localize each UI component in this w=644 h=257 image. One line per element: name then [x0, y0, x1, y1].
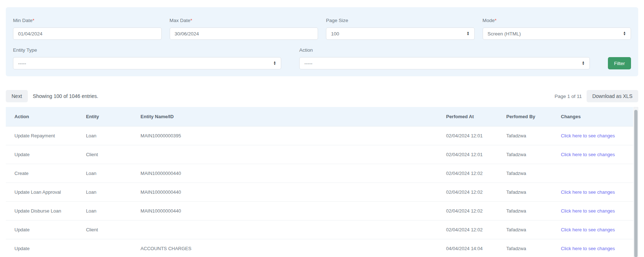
- cell-performed-at: 02/04/2024 12:01: [438, 126, 498, 145]
- mode-select[interactable]: Screen (HTML): [483, 27, 631, 40]
- entity-type-value: -----: [18, 61, 26, 66]
- scrollbar-thumb[interactable]: [634, 110, 638, 257]
- see-changes-link[interactable]: Click here to see changes: [561, 208, 615, 214]
- entity-type-label: Entity Type: [13, 47, 281, 53]
- action-select[interactable]: -----: [299, 57, 590, 69]
- cell-performed-by: Tafadzwa: [498, 145, 552, 164]
- max-date-field: Max Date*: [170, 18, 318, 40]
- see-changes-link[interactable]: Click here to see changes: [561, 227, 615, 232]
- chevron-updown-icon: [273, 61, 276, 65]
- column-header-entity-name: Entity Name/ID: [132, 107, 437, 126]
- filter-panel: Min Date* Max Date* Page Size 100 Mode* …: [6, 7, 638, 76]
- page-size-label: Page Size: [326, 18, 475, 23]
- cell-action: Update Loan Approval: [6, 183, 77, 201]
- cell-performed-at: 02/04/2024 12:02: [438, 183, 498, 201]
- see-changes-link[interactable]: Click here to see changes: [561, 246, 615, 251]
- showing-entries-text: Showing 100 of 1046 entries.: [33, 93, 98, 99]
- required-asterisk: *: [495, 18, 496, 23]
- cell-entity: Loan: [77, 201, 132, 220]
- see-changes-link[interactable]: Click here to see changes: [561, 189, 615, 195]
- min-date-input[interactable]: [13, 27, 162, 40]
- column-header-changes: Changes: [552, 107, 633, 126]
- table-row: Create Loan MAIN10000000440 02/04/2024 1…: [6, 164, 633, 183]
- cell-action: Update Disburse Loan: [6, 201, 77, 220]
- entity-type-select[interactable]: -----: [13, 57, 281, 69]
- cell-entity: [77, 239, 132, 257]
- cell-changes: Click here to see changes: [552, 220, 633, 239]
- cell-performed-by: Tafadzwa: [498, 164, 552, 183]
- entity-type-label-text: Entity Type: [13, 47, 37, 53]
- cell-action: Create: [6, 164, 77, 183]
- table-row: Update Client 02/04/2024 12:02 Tafadzwa …: [6, 220, 633, 239]
- min-date-field: Min Date*: [13, 18, 162, 40]
- cell-action: Update: [6, 220, 77, 239]
- next-page-button[interactable]: Next: [6, 90, 28, 102]
- table-row: Update Client 02/04/2024 12:01 Tafadzwa …: [6, 145, 633, 164]
- mode-field: Mode* Screen (HTML): [483, 18, 631, 40]
- column-header-entity: Entity: [77, 107, 132, 126]
- cell-entity: Loan: [77, 183, 132, 201]
- action-value: -----: [304, 61, 312, 66]
- page-size-value: 100: [331, 31, 339, 37]
- page-size-select[interactable]: 100: [326, 27, 475, 40]
- cell-entity-name: MAIN10000000440: [132, 183, 437, 201]
- column-header-action: Action: [6, 107, 77, 126]
- page-indicator: Page 1 of 11: [554, 94, 582, 99]
- table-row: Update ACCOUNTS CHARGES 04/04/2024 14:04…: [6, 239, 633, 257]
- cell-entity: Client: [77, 145, 132, 164]
- max-date-label-text: Max Date: [170, 18, 191, 23]
- required-asterisk: *: [190, 18, 192, 23]
- filter-button[interactable]: Filter: [608, 57, 631, 69]
- cell-performed-by: Tafadzwa: [498, 183, 552, 201]
- vertical-scrollbar[interactable]: [634, 107, 638, 257]
- cell-changes: [552, 164, 633, 183]
- cell-entity: Loan: [77, 164, 132, 183]
- cell-entity-name: [132, 145, 437, 164]
- table-row: Update Disburse Loan Loan MAIN1000000044…: [6, 201, 633, 220]
- download-xls-button[interactable]: Download as XLS: [587, 90, 638, 102]
- see-changes-link[interactable]: Click here to see changes: [561, 152, 615, 157]
- min-date-label-text: Min Date: [13, 18, 32, 23]
- column-header-performed-by: Perfomed By: [498, 107, 552, 126]
- pagination-bar: Next Showing 100 of 1046 entries. Page 1…: [6, 90, 638, 102]
- audit-table: Action Entity Entity Name/ID Perfomed At…: [6, 107, 633, 257]
- min-date-label: Min Date*: [13, 18, 162, 23]
- chevron-updown-icon: [467, 31, 470, 36]
- max-date-input[interactable]: [170, 27, 318, 40]
- chevron-updown-icon: [623, 31, 626, 36]
- cell-action: Update Repayment: [6, 126, 77, 145]
- cell-entity-name: MAIN10000000395: [132, 126, 437, 145]
- cell-entity: Loan: [77, 126, 132, 145]
- cell-changes: Click here to see changes: [552, 145, 633, 164]
- cell-performed-at: 04/04/2024 14:04: [438, 239, 498, 257]
- table-row: Update Loan Approval Loan MAIN1000000044…: [6, 183, 633, 201]
- action-label: Action: [299, 47, 590, 53]
- table-row: Update Repayment Loan MAIN10000000395 02…: [6, 126, 633, 145]
- cell-performed-by: Tafadzwa: [498, 239, 552, 257]
- cell-entity-name: ACCOUNTS CHARGES: [132, 239, 437, 257]
- entity-type-field: Entity Type -----: [13, 47, 281, 69]
- cell-performed-by: Tafadzwa: [498, 201, 552, 220]
- cell-changes: Click here to see changes: [552, 183, 633, 201]
- max-date-label: Max Date*: [170, 18, 318, 23]
- cell-performed-by: Tafadzwa: [498, 126, 552, 145]
- page-size-label-text: Page Size: [326, 18, 348, 23]
- mode-value: Screen (HTML): [488, 31, 521, 37]
- mode-label-text: Mode: [483, 18, 495, 23]
- cell-changes: Click here to see changes: [552, 239, 633, 257]
- column-header-performed-at: Perfomed At: [438, 107, 498, 126]
- cell-performed-at: 02/04/2024 12:02: [438, 220, 498, 239]
- cell-performed-at: 02/04/2024 12:02: [438, 201, 498, 220]
- cell-entity-name: [132, 220, 437, 239]
- mode-label: Mode*: [483, 18, 631, 23]
- chevron-updown-icon: [582, 61, 585, 65]
- cell-changes: Click here to see changes: [552, 201, 633, 220]
- table-header-row: Action Entity Entity Name/ID Perfomed At…: [6, 107, 633, 126]
- page-size-field: Page Size 100: [326, 18, 475, 40]
- cell-performed-at: 02/04/2024 12:02: [438, 164, 498, 183]
- cell-entity-name: MAIN10000000440: [132, 201, 437, 220]
- cell-performed-by: Tafadzwa: [498, 220, 552, 239]
- see-changes-link[interactable]: Click here to see changes: [561, 133, 615, 138]
- cell-performed-at: 02/04/2024 12:01: [438, 145, 498, 164]
- required-asterisk: *: [32, 18, 34, 23]
